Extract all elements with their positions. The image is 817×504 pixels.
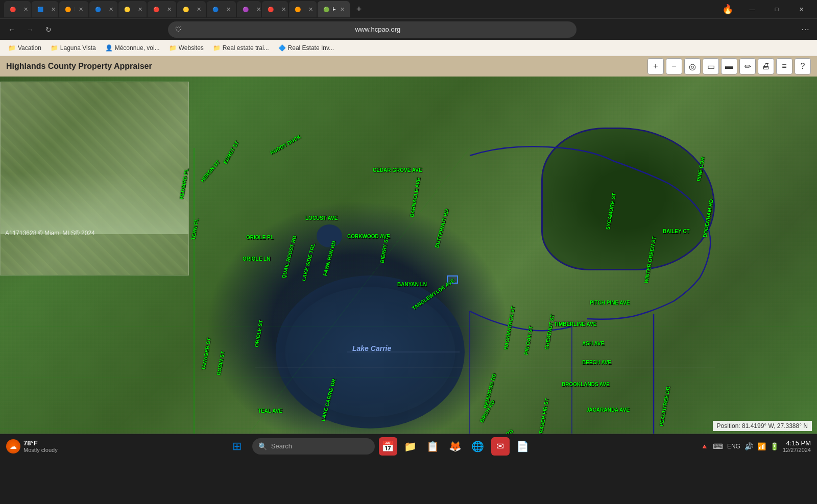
bookmark-websites[interactable]: 📁Websites	[165, 43, 208, 53]
volume-icon[interactable]: 🔊	[744, 442, 753, 450]
taskbar-center: ⊞ 🔍 Search 📅 📁 📋 🦊 🌐 ✉ 📄	[61, 435, 697, 458]
street-label-locust-ave: LOCUST AVE	[305, 215, 338, 221]
tab-matrix[interactable]: 🟣 Matrix ✕	[237, 1, 260, 17]
bookmark-real-estate-inv---[interactable]: 🔷Real Estate Inv...	[274, 43, 339, 53]
street-label-brooklands-ave: BROOKLANDS AVE	[562, 382, 610, 387]
edge-browser-icon[interactable]: 🌐	[469, 437, 487, 456]
tab-close-messages[interactable]: ✕	[167, 6, 172, 13]
taskbar-left: ☁ 78°F Mostly cloudy	[6, 439, 58, 453]
battery-icon[interactable]: 🔋	[770, 442, 779, 450]
tab-youtube[interactable]: 🔴 YouTube ✕	[262, 1, 289, 17]
tab-news[interactable]: 🟡 (20) New... ✕	[118, 1, 147, 17]
tab-close-news[interactable]: ✕	[138, 6, 142, 13]
network-icon[interactable]: 📶	[757, 442, 766, 450]
current-time: 4:15 PM	[783, 439, 811, 447]
new-tab-button[interactable]: +	[352, 2, 366, 16]
tab-c08[interactable]: 🟠 C-08-37... ✕	[289, 1, 317, 17]
small-pond	[317, 224, 342, 247]
temperature: 78°F	[23, 439, 58, 447]
taskbar: ☁ 78°F Mostly cloudy ⊞ 🔍 Search 📅 📁 📋 🦊 …	[0, 434, 817, 458]
map-controls: +−◎▭▬✏🖨≡?	[647, 58, 811, 74]
tab-resources[interactable]: 🔵 Resource... ✕	[207, 1, 236, 17]
street-label-bailey-ct: BAILEY CT	[663, 229, 690, 234]
tab-favicon-property: 🔵	[94, 6, 102, 13]
tab-favicon-calendar: 🟦	[37, 6, 44, 13]
layers-button[interactable]: ≡	[776, 58, 792, 74]
tab-close-resources[interactable]: ✕	[226, 6, 231, 13]
fox-browser-icon[interactable]: 🦊	[446, 437, 465, 456]
tabs-container: 🔴 Sign In – ✕ 🟦 Calendar ✕ 🟠 Real Esta..…	[4, 1, 350, 17]
back-button[interactable]: ←	[4, 22, 19, 37]
tab-favicon-highlands: 🟢	[323, 6, 330, 13]
tab-close-home[interactable]: ✕	[197, 6, 201, 13]
bookmark-real-estate-trai---[interactable]: 📁Real estate trai...	[209, 43, 273, 53]
weather-widget[interactable]: ☁ 78°F Mostly cloudy	[6, 439, 58, 453]
help-button[interactable]: ?	[795, 58, 811, 74]
title-bar: 🔴 Sign In – ✕ 🟦 Calendar ✕ 🟠 Real Esta..…	[0, 0, 817, 18]
tab-close-youtube[interactable]: ✕	[281, 6, 286, 13]
taskbar-right: 🔺 ⌨ ENG 🔊 📶 🔋 4:15 PM 12/27/2024	[700, 439, 811, 453]
app-title: Highlands County Property Appraiser	[6, 62, 152, 71]
tray-arrow[interactable]: 🔺	[700, 442, 709, 450]
forward-button[interactable]: →	[22, 22, 38, 37]
tab-favicon-home: 🟡	[182, 6, 189, 13]
tab-close-calendar[interactable]: ✕	[51, 6, 56, 13]
search-icon: 🔍	[258, 442, 267, 450]
search-placeholder: Search	[271, 442, 292, 450]
keyboard-icon[interactable]: ⌨	[713, 442, 723, 450]
tab-signin[interactable]: 🔴 Sign In – ✕	[4, 1, 31, 17]
tab-label-highlands: Highlands GIS	[332, 6, 335, 12]
street-label-timberline-ave: TIMBERLINE AVE	[554, 321, 596, 327]
tab-close-property[interactable]: ✕	[109, 6, 113, 13]
address-input[interactable]: 🛡 www.hcpao.org	[168, 21, 576, 38]
tab-realestate[interactable]: 🟠 Real Esta... ✕	[59, 1, 88, 17]
close-button[interactable]: ✕	[789, 0, 813, 18]
maximize-button[interactable]: □	[765, 0, 788, 18]
minimize-button[interactable]: —	[740, 0, 764, 18]
refresh-button[interactable]: ↻	[41, 22, 56, 37]
tab-highlands[interactable]: 🟢 Highlands GIS ✕	[318, 1, 350, 17]
bookmark-laguna-vista[interactable]: 📁Laguna Vista	[46, 43, 100, 53]
print-button[interactable]: 🖨	[758, 58, 774, 74]
calendar-taskbar-icon[interactable]: 📅	[379, 437, 397, 456]
notes-icon[interactable]: 📋	[424, 437, 442, 456]
tab-favicon-c08: 🟠	[294, 6, 301, 13]
draw-tool-button[interactable]: ✏	[739, 58, 756, 74]
tab-close-c08[interactable]: ✕	[308, 6, 313, 13]
street-label-cedar-grove-ave: CEDAR GROVE AVE	[373, 167, 422, 173]
bookmark-vacation[interactable]: 📁Vacation	[4, 43, 45, 53]
menu-button[interactable]: ⋯	[798, 22, 813, 37]
tab-favicon-signin: 🔴	[9, 6, 16, 13]
zoom-out-button[interactable]: −	[666, 58, 682, 74]
mail-icon[interactable]: ✉	[491, 437, 510, 456]
tab-property[interactable]: 🔵 Property... ✕	[89, 1, 117, 17]
street-label-oriole-pl: ORIOLE PL	[246, 235, 274, 240]
tab-favicon-realestate: 🟠	[64, 6, 71, 13]
tab-messages[interactable]: 🔴 Message... ✕	[148, 1, 176, 17]
search-bar[interactable]: 🔍 Search	[252, 438, 375, 455]
locate-button[interactable]: ◎	[684, 58, 701, 74]
tab-calendar[interactable]: 🟦 Calendar ✕	[32, 1, 58, 17]
tab-close-realestate[interactable]: ✕	[79, 6, 83, 13]
tab-close-highlands[interactable]: ✕	[340, 6, 345, 13]
shield-icon: 🛡	[175, 26, 182, 33]
app-header: Highlands County Property Appraiser +−◎▭…	[0, 56, 817, 77]
map-container[interactable]: A11713628 © Miami MLS® 2024 RUDDY DUCKEG	[0, 77, 817, 434]
file-explorer-icon[interactable]: 📁	[401, 437, 420, 456]
zoom-in-button[interactable]: +	[647, 58, 664, 74]
start-button[interactable]: ⊞	[226, 435, 248, 458]
select-tool-button[interactable]: ▬	[721, 58, 737, 74]
bookmark-m-connue--voi---[interactable]: 👤Méconnue, voi...	[101, 43, 164, 53]
tab-home[interactable]: 🟡 Home - h... ✕	[177, 1, 206, 17]
tab-close-matrix[interactable]: ✕	[256, 6, 261, 13]
pdf-icon[interactable]: 📄	[514, 437, 532, 456]
time-display[interactable]: 4:15 PM 12/27/2024	[783, 439, 811, 453]
language-indicator[interactable]: ENG	[727, 443, 740, 450]
address-bar: ← → ↻ 🛡 www.hcpao.org ⋯	[0, 18, 817, 40]
system-tray: 🔺 ⌨ ENG 🔊 📶 🔋	[700, 442, 779, 450]
draw-rect-button[interactable]: ▭	[703, 58, 719, 74]
street-label-jacaranda-ave: JACARANDA AVE	[586, 407, 630, 413]
street-label-pitch-pine-ave: PITCH PINE AVE	[590, 300, 630, 306]
street-label-beech-ave: BEECH AVE	[582, 360, 611, 365]
tab-close-signin[interactable]: ✕	[23, 6, 28, 13]
